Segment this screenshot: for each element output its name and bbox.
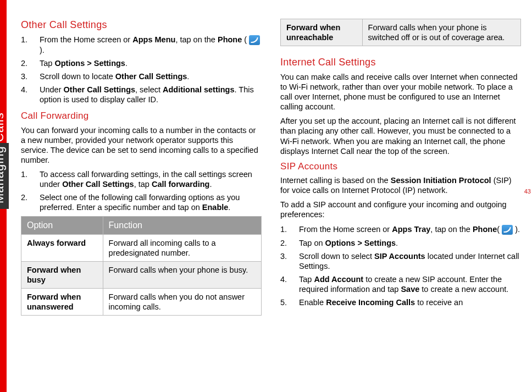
call-forwarding-steps: 1.To access call forwarding settings, in… bbox=[21, 169, 262, 213]
list-item: 2.Tap Options > Settings. bbox=[21, 58, 262, 68]
table-cell-option: Forward when unanswered bbox=[21, 289, 103, 316]
sip-add-intro: To add a SIP account and configure your … bbox=[280, 200, 521, 219]
page-number: 43 bbox=[524, 188, 531, 195]
heading-call-forwarding: Call Forwarding bbox=[21, 110, 262, 122]
right-column: Forward when unreachable Forward calls w… bbox=[280, 19, 521, 316]
phone-app-icon bbox=[502, 225, 513, 235]
call-forwarding-intro: You can forward your incoming calls to a… bbox=[21, 125, 262, 165]
table-header-function: Function bbox=[103, 216, 261, 234]
list-item: 5.Enable Receive Incoming Calls to recei… bbox=[280, 297, 521, 307]
phone-app-icon bbox=[249, 35, 260, 45]
list-item: 3.Scroll down to locate Other Call Setti… bbox=[21, 71, 262, 81]
table-row: Forward when busyForward calls when your… bbox=[21, 261, 262, 288]
table-cell-option: Forward when busy bbox=[21, 261, 103, 288]
list-item: 1.From the Home screen or Apps Tray, tap… bbox=[280, 224, 521, 235]
table-cell-option: Always forward bbox=[21, 234, 103, 261]
sip-steps: 1.From the Home screen or Apps Tray, tap… bbox=[280, 224, 521, 308]
list-item: 2.Tap on Options > Settings. bbox=[280, 238, 521, 248]
heading-internet-call-settings: Internet Call Settings bbox=[280, 56, 521, 69]
table-cell-function: Forward calls when your phone is busy. bbox=[103, 261, 261, 288]
heading-other-call-settings: Other Call Settings bbox=[21, 19, 262, 31]
table-header-option: Option bbox=[21, 216, 103, 234]
table-row: Forward when unansweredForward calls whe… bbox=[21, 289, 262, 316]
other-call-settings-steps: 1.From the Home screen or Apps Menu, tap… bbox=[21, 35, 262, 105]
sip-intro: Internet calling is based on the Session… bbox=[280, 175, 521, 195]
list-item: 2.Select one of the following call forwa… bbox=[21, 192, 262, 212]
call-forward-options-table-cont: Forward when unreachable Forward calls w… bbox=[280, 19, 521, 46]
table-cell-option: Forward when unreachable bbox=[281, 19, 363, 46]
page-content: Other Call Settings 1.From the Home scre… bbox=[21, 19, 521, 381]
table-cell-function: Forward all incoming calls to a predesig… bbox=[103, 234, 261, 261]
heading-sip-accounts: SIP Accounts bbox=[280, 161, 521, 172]
call-forward-options-table: Option Function Always forwardForward al… bbox=[21, 216, 262, 316]
list-item: 4.Under Other Call Settings, select Addi… bbox=[21, 85, 262, 104]
internet-call-p1: You can make calls and receive calls ove… bbox=[280, 72, 521, 112]
sidebar-chapter-label: Managing Calls bbox=[0, 143, 9, 209]
table-cell-function: Forward calls when your phone is switche… bbox=[362, 19, 520, 46]
left-column: Other Call Settings 1.From the Home scre… bbox=[21, 19, 262, 316]
list-item: 1.From the Home screen or Apps Menu, tap… bbox=[21, 35, 262, 55]
list-item: 3.Scroll down to select SIP Accounts loc… bbox=[280, 251, 521, 271]
internet-call-p2: After you set up the account, placing an… bbox=[280, 116, 521, 156]
list-item: 4.Tap Add Account to create a new SIP ac… bbox=[280, 274, 521, 294]
table-cell-function: Forward calls when you do not answer inc… bbox=[103, 289, 261, 316]
table-row: Always forwardForward all incoming calls… bbox=[21, 234, 262, 261]
list-item: 1.To access call forwarding settings, in… bbox=[21, 169, 262, 189]
